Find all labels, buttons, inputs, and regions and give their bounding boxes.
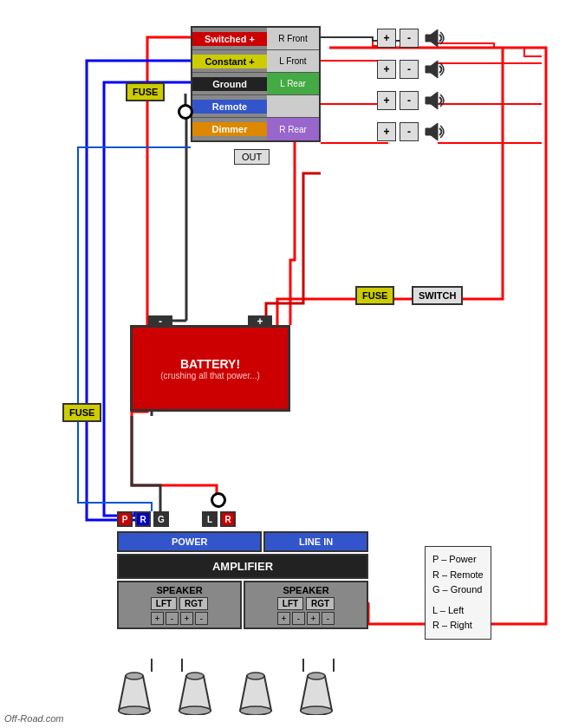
hu-dimmer-label: Dimmer [192, 122, 267, 136]
switch-box[interactable]: SWITCH [412, 286, 463, 305]
amp-speaker-sections: SPEAKER LFT RGT + - + - SPEAKER LFT RGT [117, 581, 368, 629]
svg-marker-5 [426, 29, 438, 47]
amplifier-title-bar: AMPLIFIER [117, 554, 368, 579]
bottom-speakers [117, 672, 334, 715]
hu-row-ground: Ground L Rear [192, 73, 319, 95]
amp-spk2-lft: LFT [277, 597, 303, 610]
svg-marker-9 [119, 676, 150, 711]
fuse-box-mid: FUSE [355, 286, 394, 305]
watermark: Off-Road.com [4, 713, 63, 724]
amp-power-label: POWER [172, 536, 208, 547]
amp-spk2-t2: - [292, 612, 305, 625]
head-unit: Switched + R Front Constant + L Front Gr… [191, 26, 321, 142]
svg-marker-6 [426, 61, 438, 78]
spk-pos-rrear: + [377, 122, 396, 141]
amp-spk-section-2: SPEAKER LFT RGT + - + - [244, 581, 368, 629]
amp-spk1-t3: + [180, 612, 193, 625]
battery-title: BATTERY! [180, 357, 240, 371]
out-label: OUT [234, 149, 270, 165]
speaker-section-top: + - + - + - [377, 26, 446, 144]
speaker-icon-lfront [422, 57, 446, 81]
amp-spk2-t4: - [322, 612, 335, 625]
svg-point-16 [247, 673, 264, 679]
legend-line-2: R – Remote [432, 568, 484, 583]
svg-marker-15 [240, 676, 271, 711]
amp-spk1-label: SPEAKER [156, 585, 202, 595]
hu-lfront-label: L Front [267, 50, 319, 72]
svg-point-14 [179, 706, 211, 715]
battery: - + BATTERY! (crushing all that power...… [130, 325, 290, 412]
amp-linein-section: LINE IN [263, 531, 368, 552]
speaker-cone-2 [178, 672, 212, 715]
bottom-speaker-1 [117, 672, 152, 715]
svg-marker-12 [179, 676, 211, 711]
fuse-box-amp: FUSE [62, 403, 101, 422]
svg-point-10 [126, 673, 143, 679]
svg-point-20 [301, 706, 332, 715]
spk-neg-lrear: - [400, 91, 419, 110]
amp-spk2-t1: + [277, 612, 290, 625]
spk-neg-rfront: - [400, 29, 419, 48]
spk-pos-lrear: + [377, 91, 396, 110]
spk-neg-rrear: - [400, 122, 419, 141]
spk-row-lfront: + - [377, 57, 446, 81]
hu-rrear-label: R Rear [267, 118, 319, 140]
amp-spk2-rgt: RGT [306, 597, 335, 610]
amp-terminal-r: R [135, 511, 151, 527]
amplifier: P R G L R POWER LINE IN [117, 511, 368, 629]
speaker-cone-3 [238, 672, 273, 715]
hu-row-dimmer: Dimmer R Rear [192, 118, 319, 140]
legend: P – Power R – Remote G – Ground L – Left… [425, 546, 491, 640]
hu-switched-label: Switched + [192, 32, 267, 46]
battery-subtitle: (crushing all that power...) [160, 371, 260, 380]
ground-circle-top [178, 104, 193, 120]
amp-spk-section-1: SPEAKER LFT RGT + - + - [117, 581, 242, 629]
battery-neg-terminal: - [148, 315, 172, 328]
amp-spk1-t4: - [195, 612, 208, 625]
svg-point-19 [308, 673, 325, 679]
spk-row-rrear: + - [377, 120, 446, 144]
hu-ground-label: Ground [192, 77, 267, 91]
hu-row-constant: Constant + L Front [192, 50, 319, 73]
hu-row-remote: Remote [192, 95, 319, 118]
amp-terminal-g: G [153, 511, 169, 527]
bottom-speaker-3 [238, 672, 273, 715]
diagram: Switched + R Front Constant + L Front Gr… [0, 0, 572, 728]
spk-pos-lfront: + [377, 60, 396, 79]
amp-spk2-t3: + [307, 612, 320, 625]
svg-point-11 [119, 706, 150, 715]
speaker-icon-rfront [422, 26, 446, 50]
svg-marker-8 [426, 123, 438, 140]
spk-row-lrear: + - [377, 88, 446, 113]
amp-spk1-t2: - [166, 612, 179, 625]
spk-pos-rfront: + [377, 29, 396, 48]
hu-remote-right [267, 95, 319, 117]
ground-circle-amp [211, 492, 226, 508]
amp-linein-label: LINE IN [299, 536, 333, 547]
spk-row-rfront: + - [377, 26, 446, 50]
hu-remote-label: Remote [192, 100, 267, 114]
amp-power-section: POWER [117, 531, 262, 552]
hu-lrear-label: L Rear [267, 73, 319, 94]
amp-spk2-label: SPEAKER [283, 585, 328, 595]
speaker-cone-4 [299, 672, 334, 715]
speaker-cone-1 [117, 672, 152, 715]
amp-terminal-lr: R [220, 511, 236, 527]
legend-line-1: P – Power [432, 552, 484, 568]
svg-marker-7 [426, 92, 438, 109]
bottom-speaker-4 [299, 672, 334, 715]
amp-terminal-p: P [117, 511, 133, 527]
hu-constant-label: Constant + [192, 55, 267, 68]
legend-line-3: G – Ground [432, 582, 484, 598]
fuse-box-top: FUSE [126, 82, 165, 101]
hu-row-switched: Switched + R Front [192, 28, 319, 50]
amp-spk1-t1: + [151, 612, 164, 625]
svg-point-13 [186, 673, 204, 679]
amp-terminal-l: L [202, 511, 218, 527]
svg-point-17 [240, 706, 271, 715]
amp-spk1-rgt: RGT [179, 597, 208, 610]
battery-pos-terminal: + [248, 315, 272, 328]
bottom-speaker-2 [178, 672, 212, 715]
svg-marker-18 [301, 676, 332, 711]
spk-neg-lfront: - [400, 60, 419, 79]
